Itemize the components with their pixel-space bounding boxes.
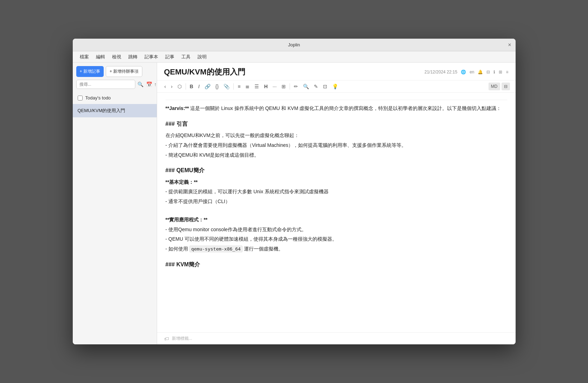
practical-3: - 如何使用 qemu-system-x86_64 運行一個虛擬機。 — [166, 245, 507, 253]
more-button[interactable]: ··· — [271, 83, 279, 90]
sort-buttons: 📅 ↑ — [146, 81, 157, 88]
basic-def-heading: **基本定義：** — [166, 178, 507, 187]
menu-tools[interactable]: 工具 — [179, 52, 193, 61]
tag-icon: 🏷 — [164, 336, 169, 342]
add-tag-button[interactable]: 新增標籤... — [172, 336, 192, 342]
tip-button[interactable]: 💡 — [330, 83, 340, 90]
note-item-label: QEMU/KVM的使用入門 — [78, 108, 125, 114]
list-icon[interactable]: ≡ — [506, 70, 508, 74]
menu-bar: 檔案 編輯 檢視 跳轉 記事本 記事 工具 說明 — [73, 51, 516, 63]
note-item-label: Today's todo — [85, 95, 111, 100]
italic-button[interactable]: I — [196, 83, 201, 90]
notification-icon[interactable]: 🔔 — [478, 70, 483, 74]
basic-def-2: - 通常不提供用戶接口（CLI） — [166, 197, 507, 206]
note-list: Today's todo QEMU/KVM的使用入門 — [73, 92, 157, 344]
note-datetime: 21/12/2024 22:15 — [425, 70, 457, 74]
editor-toolbar: ‹ › ⬡ B I 🔗 {} 📎 ≡ ≣ ☰ H ··· ⊞ ✏ 🔍 ✎ — [157, 80, 516, 93]
calendar-sort-button[interactable]: 📅 — [146, 81, 153, 88]
new-note-button[interactable]: + 新增記事 — [76, 66, 104, 77]
md-icon: MD — [491, 84, 498, 89]
sidebar-action-buttons: + 新增記事 + 新增待辦事項 — [73, 63, 157, 80]
layout-icon[interactable]: ⊞ — [499, 70, 502, 74]
editor-header: QEMU/KVM的使用入門 21/12/2024 22:15 🌐 en 🔔 ⊟ … — [157, 63, 516, 80]
toggle-preview-button[interactable]: ⊟ — [502, 83, 510, 90]
markdown-mode-button[interactable]: MD — [489, 83, 500, 90]
intro-paragraph: **Jarvis:** 這是一個關於 Linux 操作系統中的 QEMU 和 K… — [166, 104, 507, 113]
editor-content[interactable]: **Jarvis:** 這是一個關於 Linux 操作系統中的 QEMU 和 K… — [157, 93, 516, 332]
header-meta: 21/12/2024 22:15 🌐 en 🔔 ⊟ ℹ ⊞ ≡ — [425, 70, 509, 74]
toolbar-sep-2 — [233, 83, 234, 90]
main-layout: + 新增記事 + 新增待辦事項 🔍 📅 ↑ Today's todo QEMU/… — [73, 63, 516, 344]
intro-desc: 在介紹QEMU和KVM之前，可以先從一般的虛擬化概念聊起： — [166, 131, 507, 140]
list-item-1: - 介紹了為什麼會需要使用到虛擬機器（Virtual Machines），如何提… — [166, 141, 507, 150]
menu-note[interactable]: 記事 — [162, 52, 177, 61]
title-bar: Joplin × — [73, 39, 516, 51]
attach-button[interactable]: 📎 — [222, 83, 231, 90]
checklist-button[interactable]: ☰ — [253, 83, 261, 90]
editor-area: QEMU/KVM的使用入門 21/12/2024 22:15 🌐 en 🔔 ⊟ … — [157, 63, 516, 344]
heading-qemu: ### QEMU簡介 — [166, 165, 507, 175]
numbered-list-button[interactable]: ≣ — [244, 83, 251, 90]
info-icon[interactable]: ℹ — [493, 70, 495, 74]
bullet-list-button[interactable]: ≡ — [236, 83, 242, 90]
table-button[interactable]: ⊞ — [280, 83, 287, 90]
menu-edit[interactable]: 編輯 — [93, 52, 108, 61]
list-item-2: - 簡述QEMU和 KVM是如何達成這個目標。 — [166, 151, 507, 160]
menu-file[interactable]: 檔案 — [77, 52, 92, 61]
content-divider — [166, 100, 507, 100]
practical-1: - 使用Qemu monitor console作為使用者進行互動式命令的方式。 — [166, 226, 507, 234]
menu-help[interactable]: 說明 — [195, 52, 209, 61]
practical-2: - QEMU 可以使用不同的硬體加速模組，使得其本身成為一種很強大的模擬器。 — [166, 235, 507, 244]
link-button[interactable]: 🔗 — [203, 83, 212, 90]
code-button[interactable]: {} — [214, 83, 220, 90]
todo-checkbox[interactable] — [78, 96, 83, 100]
menu-goto[interactable]: 跳轉 — [125, 52, 140, 61]
search-icon-button[interactable]: 🔍 — [137, 82, 143, 87]
search-input[interactable] — [76, 80, 135, 89]
sidebar: + 新增記事 + 新增待辦事項 🔍 📅 ↑ Today's todo QEMU/… — [73, 63, 157, 344]
media-button[interactable]: ⊡ — [321, 83, 329, 90]
code-qemu: qemu-system-x86_64 — [189, 246, 243, 252]
heading-intro: ### 引言 — [166, 119, 507, 129]
basic-def-1: - 提供範圍廣泛的模組，可以運行大多數 Unix 系統程式指令來測試虛擬機器 — [166, 188, 507, 196]
split-view-icon[interactable]: ⊟ — [486, 70, 490, 74]
forward-button[interactable]: › — [169, 83, 174, 90]
edit-button[interactable]: ✎ — [312, 83, 320, 90]
tag-bar: 🏷 新增標籤... — [157, 332, 516, 344]
note-item-qemu[interactable]: QEMU/KVM的使用入門 — [73, 104, 157, 117]
new-todo-button[interactable]: + 新增待辦事項 — [106, 66, 142, 77]
toolbar-right: MD ⊟ — [489, 83, 510, 90]
intro-text: 這是一個關於 Linux 操作系統中的 QEMU 和 KVM 虛擬化工具的簡介文… — [190, 105, 501, 111]
menu-notebook[interactable]: 記事本 — [142, 52, 161, 61]
open-window-button[interactable]: ⬡ — [176, 83, 183, 90]
close-button[interactable]: × — [508, 42, 511, 48]
bold-button[interactable]: B — [188, 83, 195, 90]
app-window: Joplin × 檔案 編輯 檢視 跳轉 記事本 記事 工具 說明 + 新增記事… — [73, 39, 516, 344]
jarvis-bold: **Jarvis:** — [166, 105, 189, 111]
spell-check-button[interactable]: ✏ — [292, 83, 300, 90]
app-title: Joplin — [288, 42, 300, 47]
heading-kvm: ### KVM簡介 — [166, 260, 507, 269]
note-title: QEMU/KVM的使用入門 — [164, 67, 245, 77]
language-globe-icon[interactable]: 🌐 — [461, 70, 466, 74]
practical-heading: **實用應用程式：** — [166, 216, 507, 224]
back-button[interactable]: ‹ — [163, 83, 168, 90]
note-item-todo[interactable]: Today's todo — [73, 92, 157, 104]
toolbar-sep-3 — [290, 83, 290, 90]
menu-view[interactable]: 檢視 — [109, 52, 124, 61]
toolbar-sep-1 — [186, 83, 186, 90]
search-bar: 🔍 📅 ↑ — [76, 80, 153, 89]
heading-button[interactable]: H — [262, 83, 269, 90]
language-label: en — [470, 70, 474, 74]
search-replace-button[interactable]: 🔍 — [301, 83, 311, 90]
